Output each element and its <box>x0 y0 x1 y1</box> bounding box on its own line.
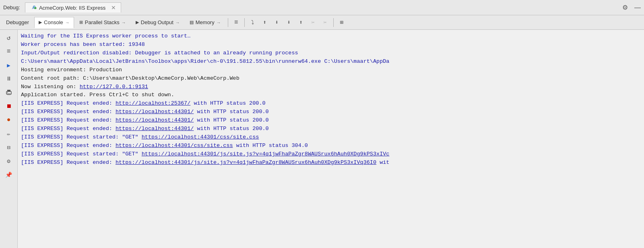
pause-button[interactable]: ⏸ <box>2 72 16 85</box>
run-cursor-icon: ⬆ <box>299 19 302 26</box>
link-localhost-44301-3[interactable]: https://localhost:44301/ <box>116 126 194 132</box>
tab-debugger-label: Debugger <box>6 19 29 25</box>
title-tab[interactable]: AcmeCorp.Web: IIS Express ✕ <box>25 2 121 12</box>
tab-console-label: Console <box>44 19 63 25</box>
breakpoint-icon: ● <box>7 116 11 124</box>
console-line-5: Hosting environment: Production <box>21 66 641 74</box>
console-line-12: [IIS EXPRESS] Request ended: https://loc… <box>21 125 641 133</box>
console-line-16: [IIS EXPRESS] Request ended: https://loc… <box>21 159 641 167</box>
pin-button[interactable]: 📌 <box>2 168 16 181</box>
toolbar-separator-1 <box>228 18 228 27</box>
link-css-site[interactable]: https://localhost:44301/css/site.css <box>142 134 259 140</box>
console-line-4: C:\Users\maart\AppData\Local\JetBrains\T… <box>21 58 641 66</box>
title-bar: Debug: AcmeCorp.Web: IIS Express ✕ ⚙ — <box>0 0 644 15</box>
tab-console[interactable]: ▶ Console → <box>34 17 74 28</box>
rocket-icon <box>30 4 37 11</box>
svg-rect-6 <box>7 90 10 92</box>
debug-output-icon: ▶ <box>136 20 139 25</box>
step-out-icon: ⬇ <box>275 19 278 26</box>
back-icon: ↺ <box>7 34 11 42</box>
title-tab-label: AcmeCorp.Web: IIS Express <box>39 5 105 11</box>
run-cursor-button[interactable]: ⬆ <box>295 17 307 28</box>
cut-threads-icon: ✂ <box>324 19 327 26</box>
minimize-button[interactable]: — <box>634 4 641 11</box>
console-line-13: [IIS EXPRESS] Request started: "GET" htt… <box>21 133 641 142</box>
link-js-site-ended[interactable]: https://localhost:44301/js/site.js?v=4q1… <box>116 159 376 165</box>
console-line-1: Waiting for the IIS Express worker proce… <box>21 32 641 41</box>
debug-label: Debug: <box>3 4 20 10</box>
cut-stacks-button[interactable]: ✂ <box>308 17 319 28</box>
play-button[interactable]: ▶ <box>2 59 16 72</box>
link-127001[interactable]: http://127.0.0.1:9131 <box>80 84 148 90</box>
title-tab-close[interactable]: ✕ <box>111 4 116 11</box>
toolbar: Debugger ▶ Console → ⊞ Parallel Stacks →… <box>0 15 644 30</box>
console-line-15: [IIS EXPRESS] Request started: "GET" htt… <box>21 150 641 159</box>
brush-button[interactable]: ✏ <box>2 127 16 140</box>
console-line-9: [IIS EXPRESS] Request ended: http://loca… <box>21 99 641 108</box>
tab-debugger[interactable]: Debugger <box>2 17 33 28</box>
step-over-button[interactable]: ⬆ <box>259 17 270 28</box>
console-line-2: Worker process has been started: 19348 <box>21 41 641 49</box>
tab-debug-output[interactable]: ▶ Debug Output → <box>131 17 184 28</box>
memory-icon: ▤ <box>190 20 194 25</box>
main-area: ↺ ≡ ▶ ⏸ ⏹ ● ✏ ⊟ <box>0 30 644 248</box>
gear-button[interactable]: ⚙ <box>2 155 16 167</box>
gear-icon: ⚙ <box>7 158 10 165</box>
settings-button[interactable]: ⚙ <box>622 4 628 11</box>
cut-stacks-icon: ✂ <box>312 19 315 26</box>
console-area: Waiting for the IIS Express worker proce… <box>18 30 644 248</box>
link-js-site-started[interactable]: https://localhost:44301/js/site.js?v=4q1… <box>142 151 390 157</box>
link-localhost-44301-1[interactable]: https://localhost:44301/ <box>116 109 194 115</box>
console-line-8: Application started. Press Ctrl+C to shu… <box>21 91 641 99</box>
cut-threads-button[interactable]: ✂ <box>320 17 331 28</box>
debug-output-arrow: → <box>175 20 180 25</box>
step-into-button[interactable]: ⤵ <box>247 17 258 28</box>
tab-memory-label: Memory <box>196 19 215 25</box>
step-into-spec-button[interactable]: ⬇ <box>283 17 295 28</box>
link-localhost-44301-2[interactable]: https://localhost:44301/ <box>116 117 194 123</box>
grid-button[interactable]: ⊞ <box>336 17 347 28</box>
hamburger-button[interactable]: ≡ <box>231 17 242 28</box>
stop-button[interactable]: ⏹ <box>2 100 16 113</box>
svg-point-8 <box>7 92 8 93</box>
tab-parallel-stacks[interactable]: ⊞ Parallel Stacks → <box>75 17 130 28</box>
print-button[interactable] <box>2 86 16 99</box>
brush-icon: ✏ <box>7 130 10 137</box>
title-bar-actions: ⚙ — <box>622 4 641 11</box>
parallel-stacks-arrow: → <box>122 20 126 25</box>
console-tab-icon: ▶ <box>39 20 42 25</box>
link-localhost-25367[interactable]: http://localhost:25367/ <box>116 100 190 106</box>
toolbar-separator-2 <box>244 18 245 27</box>
play-icon: ▶ <box>7 62 10 69</box>
svg-point-3 <box>34 6 35 7</box>
svg-point-4 <box>34 7 36 9</box>
layout-button[interactable]: ⊟ <box>2 141 16 154</box>
memory-arrow: → <box>217 20 221 25</box>
hamburger-icon: ≡ <box>234 19 238 26</box>
tab-parallel-stacks-label: Parallel Stacks <box>85 19 120 25</box>
link-css-site-ended[interactable]: https://localhost:44301/css/site.css <box>116 143 233 149</box>
step-into-spec-icon: ⬇ <box>287 19 290 26</box>
stop-icon: ⏹ <box>6 103 12 110</box>
tab-memory[interactable]: ▤ Memory → <box>185 17 225 28</box>
console-line-3: Input/Output redirection disabled: Debug… <box>21 49 641 58</box>
print-icon <box>5 89 12 96</box>
step-out-button[interactable]: ⬇ <box>271 17 283 28</box>
parallel-stacks-icon: ⊞ <box>79 20 83 25</box>
console-line-7: Now listening on: http://127.0.0.1:9131 <box>21 83 641 91</box>
step-into-icon: ⤵ <box>251 19 254 26</box>
step-over-icon: ⬆ <box>263 19 266 26</box>
svg-rect-7 <box>7 93 10 95</box>
tab-debug-output-label: Debug Output <box>141 19 173 25</box>
list-view-icon: ≡ <box>7 48 11 55</box>
console-line-14: [IIS EXPRESS] Request ended: https://loc… <box>21 142 641 150</box>
breakpoint-button[interactable]: ● <box>2 114 16 126</box>
grid-icon: ⊞ <box>340 19 343 26</box>
layout-icon: ⊟ <box>7 144 10 151</box>
list-view-button[interactable]: ≡ <box>2 45 16 58</box>
left-sidebar: ↺ ≡ ▶ ⏸ ⏹ ● ✏ ⊟ <box>0 30 18 248</box>
console-line-6: Content root path: C:\Users\maart\Deskto… <box>21 74 641 83</box>
toolbar-separator-3 <box>333 18 334 27</box>
back-button[interactable]: ↺ <box>2 31 16 44</box>
console-tab-arrow: → <box>65 20 70 25</box>
